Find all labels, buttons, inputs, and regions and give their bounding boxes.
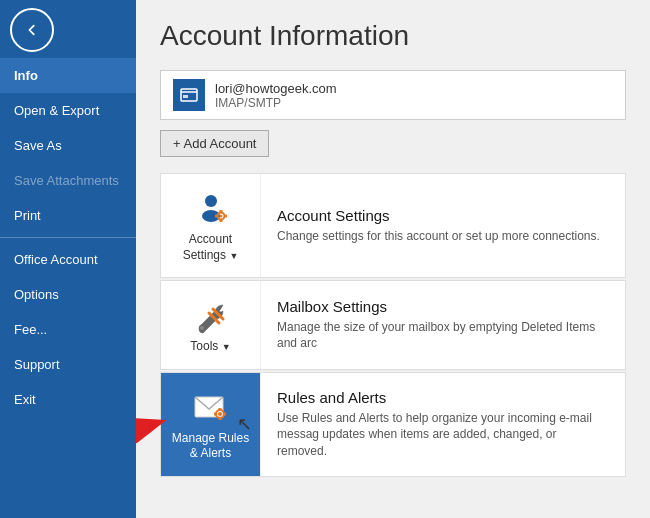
account-settings-label: AccountSettings ▼ [183,232,239,263]
sidebar-item-save-attachments: Save Attachments [0,163,136,198]
account-type: IMAP/SMTP [215,96,337,110]
back-button[interactable] [10,8,54,52]
sidebar-divider-1 [0,237,136,238]
rules-alerts-desc: Use Rules and Alerts to help organize yo… [277,410,609,460]
svg-rect-9 [224,215,227,218]
sidebar-item-office-account[interactable]: Office Account [0,242,136,277]
svg-point-5 [219,215,222,218]
svg-rect-7 [219,220,222,223]
tools-icon [191,295,231,335]
account-settings-icon [191,188,231,228]
mailbox-settings-desc: Manage the size of your mailbox by empty… [277,319,609,353]
sidebar-item-info[interactable]: Info [0,58,136,93]
mailbox-settings-title: Mailbox Settings [277,298,609,315]
sidebar-item-feedback[interactable]: Fee... [0,312,136,347]
page-title: Account Information [160,20,626,52]
account-icon [173,79,205,111]
sidebar: Info Open & Export Save As Save Attachme… [0,0,136,518]
svg-point-2 [205,195,217,207]
sidebar-item-exit[interactable]: Exit [0,382,136,417]
mailbox-settings-card: Tools ▼ Mailbox Settings Manage the size… [160,280,626,370]
rules-alerts-content: Rules and Alerts Use Rules and Alerts to… [261,377,625,472]
main-content: Account Information lori@howtogeek.com I… [136,0,650,518]
sidebar-item-open-export[interactable]: Open & Export [0,93,136,128]
account-email: lori@howtogeek.com [215,81,337,96]
manage-rules-label: Manage Rules& Alerts [172,431,249,462]
cards-container: AccountSettings ▼ Account Settings Chang… [160,173,626,477]
svg-rect-8 [215,215,218,218]
account-settings-icon-area[interactable]: AccountSettings ▼ [161,174,261,277]
svg-point-10 [200,326,204,330]
rules-alerts-title: Rules and Alerts [277,389,609,406]
account-settings-content: Account Settings Change settings for thi… [261,195,625,257]
tools-label: Tools ▼ [190,339,230,355]
sidebar-item-save-as[interactable]: Save As [0,128,136,163]
svg-rect-6 [219,210,222,213]
mailbox-settings-icon-area[interactable]: Tools ▼ [161,281,261,369]
add-account-button[interactable]: + Add Account [160,130,269,157]
svg-rect-14 [218,408,221,411]
rules-alerts-icon-area[interactable]: Manage Rules& Alerts ↖ [161,373,261,476]
svg-rect-15 [218,417,221,420]
svg-rect-1 [183,95,188,98]
svg-point-13 [218,412,222,416]
sidebar-item-options[interactable]: Options [0,277,136,312]
account-bar: lori@howtogeek.com IMAP/SMTP [160,70,626,120]
mailbox-settings-content: Mailbox Settings Manage the size of your… [261,286,625,365]
sidebar-item-support[interactable]: Support [0,347,136,382]
svg-rect-17 [223,412,226,415]
account-settings-card: AccountSettings ▼ Account Settings Chang… [160,173,626,278]
account-settings-title: Account Settings [277,207,609,224]
red-arrow [136,403,169,447]
account-settings-desc: Change settings for this account or set … [277,228,609,245]
manage-rules-icon [191,387,231,427]
rules-alerts-card: Manage Rules& Alerts ↖ Rul [160,372,626,477]
svg-rect-16 [214,412,217,415]
sidebar-item-print[interactable]: Print [0,198,136,233]
account-info: lori@howtogeek.com IMAP/SMTP [215,81,337,110]
